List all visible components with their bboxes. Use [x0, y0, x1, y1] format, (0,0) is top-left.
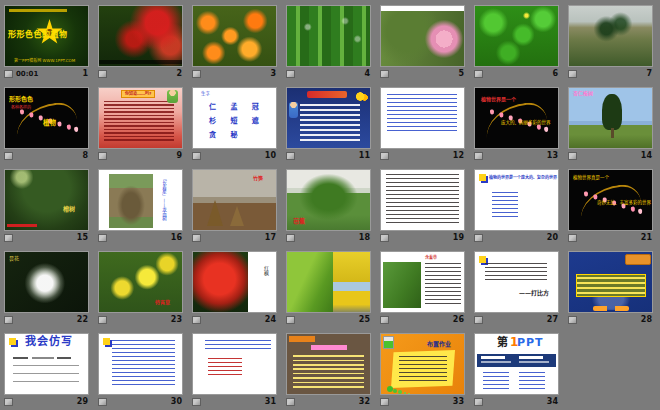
transition-icon[interactable] — [568, 316, 577, 324]
slide-30-thumbnail[interactable] — [98, 333, 183, 395]
transition-icon[interactable] — [286, 152, 295, 160]
transition-icon[interactable] — [192, 152, 201, 160]
slide-number: 30 — [171, 397, 183, 406]
transition-icon[interactable] — [4, 234, 13, 242]
transition-icon[interactable] — [286, 398, 295, 406]
transition-icon[interactable] — [98, 70, 107, 78]
slide-cell: 6 — [471, 2, 565, 84]
slide-number: 11 — [359, 151, 371, 160]
slide-number: 34 — [547, 397, 559, 406]
transition-icon[interactable] — [474, 152, 483, 160]
slide-14-thumbnail[interactable]: 杏仁桉树 — [568, 87, 653, 149]
slide-2-thumbnail[interactable] — [98, 5, 183, 67]
body-text-block — [387, 94, 457, 134]
transition-icon[interactable] — [4, 152, 13, 160]
slide-label-row: 19 — [380, 231, 465, 244]
transition-icon[interactable] — [380, 234, 389, 242]
char-row: 贪 秘 — [209, 132, 243, 139]
body-text-block — [425, 263, 461, 307]
slide-3-thumbnail[interactable] — [192, 5, 277, 67]
slide-19-thumbnail[interactable] — [380, 169, 465, 231]
slide-8-thumbnail[interactable]: 形形色色各种各样的植物 — [4, 87, 89, 149]
link-column — [483, 372, 509, 390]
slide-number: 33 — [453, 397, 465, 406]
transition-icon[interactable] — [474, 70, 483, 78]
cover-url: 第一PPT模板网 WWW.1PPT.COM — [14, 59, 75, 63]
transition-icon[interactable] — [98, 152, 107, 160]
transition-icon[interactable] — [192, 70, 201, 78]
slide-cell: 7 — [565, 2, 659, 84]
slide-6-thumbnail[interactable] — [474, 5, 559, 67]
slide-28-thumbnail[interactable] — [568, 251, 653, 313]
transition-icon[interactable] — [474, 234, 483, 242]
slide-number: 15 — [77, 233, 89, 242]
slide-20-thumbnail[interactable]: 植物的世界是一个庞大的、复杂的世界 — [474, 169, 559, 231]
slide-cell: 第1PPT 34 — [471, 330, 565, 410]
vertical-caption: 红枫 — [263, 266, 268, 276]
slide-label-row: 31 — [192, 395, 277, 408]
slide-title: 我会仿写 — [25, 336, 73, 347]
logo-text-blue: PPT — [517, 337, 544, 348]
slide-9-thumbnail[interactable]: 你知道……吗? — [98, 87, 183, 149]
slide-label-row: 9 — [98, 149, 183, 162]
transition-icon[interactable] — [192, 316, 201, 324]
transition-icon[interactable] — [286, 234, 295, 242]
transition-icon[interactable] — [380, 70, 389, 78]
slide-cell: 植物世界真是一个奇妙无比、丰富多彩的世界 21 — [565, 166, 659, 248]
transition-icon[interactable] — [286, 316, 295, 324]
transition-icon[interactable] — [98, 234, 107, 242]
slide-31-thumbnail[interactable] — [192, 333, 277, 395]
slide-10-thumbnail[interactable]: 生字仁 孟 冠杉 短 遮贪 秘 — [192, 87, 277, 149]
transition-icon[interactable] — [380, 398, 389, 406]
transition-icon[interactable] — [568, 234, 577, 242]
transition-icon[interactable] — [98, 316, 107, 324]
transition-icon[interactable] — [474, 398, 483, 406]
transition-icon[interactable] — [380, 152, 389, 160]
slide-13-thumbnail[interactable]: 植物世界是一个庞大的、绚丽多彩的世界 — [474, 87, 559, 149]
transition-icon[interactable] — [98, 398, 107, 406]
fill-blank-line — [13, 357, 81, 359]
slide-21-thumbnail[interactable]: 植物世界真是一个奇妙无比、丰富多彩的世界 — [568, 169, 653, 231]
slide-24-thumbnail[interactable]: 红枫 — [192, 251, 277, 313]
slide-18-thumbnail[interactable]: 芭蕉 — [286, 169, 371, 231]
slide-5-thumbnail[interactable] — [380, 5, 465, 67]
slide-16-thumbnail[interactable]: 「长寿星」——龙血树 — [98, 169, 183, 231]
transition-icon[interactable] — [192, 398, 201, 406]
slide-label-row: 33 — [380, 395, 465, 408]
transition-icon[interactable] — [380, 316, 389, 324]
slide-12-thumbnail[interactable] — [380, 87, 465, 149]
slide-11-thumbnail[interactable] — [286, 87, 371, 149]
slide-22-thumbnail[interactable]: 昙花 — [4, 251, 89, 313]
logo-text-black: 第 — [497, 337, 508, 348]
slide-1-thumbnail[interactable]: 形形色色的植物第一PPT模板网 WWW.1PPT.COM — [4, 5, 89, 67]
top-text-bar — [9, 9, 67, 12]
slide-26-thumbnail[interactable]: 含羞草 — [380, 251, 465, 313]
transition-icon[interactable] — [286, 70, 295, 78]
char-row: 仁 孟 冠 — [209, 104, 265, 111]
transition-icon[interactable] — [568, 152, 577, 160]
slide-34-thumbnail[interactable]: 第1PPT — [474, 333, 559, 395]
char-row: 杉 短 遮 — [209, 118, 265, 125]
transition-icon[interactable] — [192, 234, 201, 242]
slide-27-thumbnail[interactable]: ——打比方 — [474, 251, 559, 313]
slide-15-thumbnail[interactable]: 榕树 — [4, 169, 89, 231]
slide-number: 20 — [547, 233, 559, 242]
slide-number: 28 — [641, 315, 653, 324]
vertical-caption: 「长寿星」——龙血树 — [161, 176, 166, 221]
slide-4-thumbnail[interactable] — [286, 5, 371, 67]
slide-7-thumbnail[interactable] — [568, 5, 653, 67]
slide-23-thumbnail[interactable]: 待宵草 — [98, 251, 183, 313]
slide-32-thumbnail[interactable] — [286, 333, 371, 395]
slide-29-thumbnail[interactable]: 我会仿写 — [4, 333, 89, 395]
transition-icon[interactable] — [4, 70, 13, 78]
transition-icon[interactable] — [4, 398, 13, 406]
lead-text: 植物世界真是一个 — [573, 176, 609, 181]
slide-17-thumbnail[interactable]: 竹笋 — [192, 169, 277, 231]
slide-number: 18 — [359, 233, 371, 242]
transition-icon[interactable] — [568, 70, 577, 78]
slide-33-thumbnail[interactable]: 布置作业 — [380, 333, 465, 395]
transition-icon[interactable] — [474, 316, 483, 324]
slide-label-row: 20 — [474, 231, 559, 244]
transition-icon[interactable] — [4, 316, 13, 324]
slide-25-thumbnail[interactable] — [286, 251, 371, 313]
